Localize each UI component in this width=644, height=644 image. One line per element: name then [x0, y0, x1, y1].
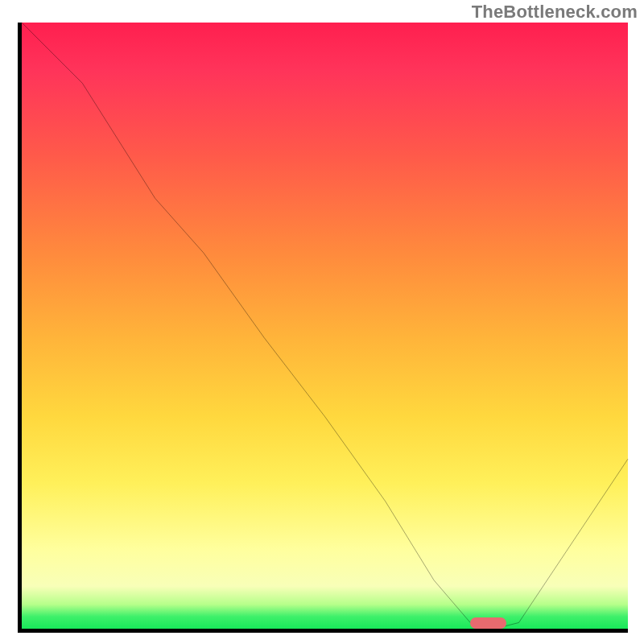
bottleneck-curve — [22, 23, 628, 629]
plot-frame — [18, 23, 628, 633]
watermark-text: TheBottleneck.com — [472, 2, 638, 23]
optimal-range-marker — [470, 617, 506, 629]
chart-stage: TheBottleneck.com — [0, 0, 644, 644]
